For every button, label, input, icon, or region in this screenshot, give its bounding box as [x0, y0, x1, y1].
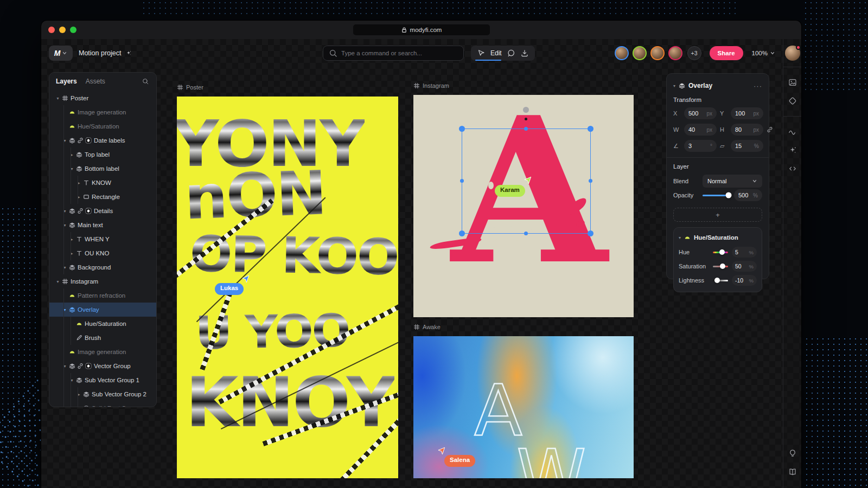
artboard-label-awake[interactable]: Awake — [413, 324, 441, 330]
selection-handle-top-left[interactable] — [459, 126, 465, 132]
collaborator-avatar[interactable] — [633, 46, 647, 60]
project-title[interactable]: Motion project — [79, 49, 133, 57]
expand-caret-icon[interactable]: ▾ — [69, 378, 75, 383]
collaborator-avatar[interactable] — [615, 46, 629, 60]
opacity-slider[interactable] — [703, 195, 731, 196]
layer-row[interactable]: Brush — [49, 331, 156, 345]
opacity-value-field[interactable]: 500 % — [734, 189, 762, 201]
close-window-button[interactable] — [48, 27, 55, 33]
artboard-poster[interactable]: YONY nON OP KOO U YOO KNOY — [177, 97, 398, 478]
expand-caret-icon[interactable]: ▾ — [62, 364, 68, 369]
selection-handle-bottom[interactable] — [524, 232, 528, 235]
layer-row[interactable]: Image generation — [49, 345, 156, 359]
selection-handle-bottom-left[interactable] — [459, 230, 465, 236]
zoom-control[interactable]: 100% — [752, 50, 775, 56]
layer-row[interactable]: ▸Top label — [49, 147, 156, 162]
search-input[interactable] — [341, 50, 458, 56]
layer-row[interactable]: Image generation — [49, 105, 156, 119]
expand-caret-icon[interactable]: ▾ — [62, 138, 68, 143]
code-tool-icon[interactable] — [788, 164, 797, 173]
expand-caret-icon[interactable]: ▸ — [76, 181, 82, 185]
layer-row[interactable]: ▾Poster — [49, 91, 156, 105]
constrain-proportions-icon[interactable] — [767, 126, 773, 133]
layer-row[interactable]: ▸Sub Vector Group 2 — [49, 387, 156, 401]
download-icon[interactable] — [520, 49, 529, 57]
app-logo-menu[interactable]: M — [49, 46, 73, 61]
rotation-handle[interactable] — [523, 107, 529, 113]
layer-row[interactable]: Pattern refraction — [49, 288, 156, 303]
address-bar[interactable]: modyfi.com — [353, 24, 490, 35]
command-search[interactable] — [323, 46, 464, 61]
layer-row[interactable]: ▾Date labels — [49, 133, 156, 147]
transform-field-skew[interactable]: 15% — [731, 140, 763, 152]
selection-handle-top[interactable] — [524, 127, 528, 131]
layer-row[interactable]: ▸KNOW — [49, 176, 156, 190]
edit-mode-button[interactable]: Edit — [490, 49, 502, 57]
saturation-slider[interactable] — [713, 266, 728, 267]
transform-field-h[interactable]: 80px — [731, 124, 763, 136]
layer-row[interactable]: Solid Rect Source — [49, 401, 156, 407]
tab-assets[interactable]: Assets — [86, 78, 105, 85]
transform-field-angle[interactable]: 3° — [684, 140, 717, 152]
more-options-button[interactable]: ··· — [754, 82, 762, 90]
layer-row[interactable]: ▾Vector Group — [49, 359, 156, 373]
lightness-value-field[interactable]: -10% — [732, 275, 757, 286]
artboard-label-instagram[interactable]: Instagram — [413, 82, 449, 89]
selection-handle-right[interactable] — [589, 179, 592, 183]
layer-row[interactable]: ▾Sub Vector Group 1 — [49, 373, 156, 387]
layer-row[interactable]: ▸OU KNO — [49, 246, 156, 260]
layer-row[interactable]: Hue/Saturation — [49, 119, 156, 133]
add-effect-button[interactable]: + — [673, 208, 762, 222]
maximize-window-button[interactable] — [70, 27, 76, 33]
expand-caret-icon[interactable]: ▸ — [69, 237, 75, 242]
layer-row[interactable]: ▾Instagram — [49, 274, 156, 288]
lightness-slider[interactable] — [713, 280, 728, 281]
expand-caret-icon[interactable]: ▾ — [69, 166, 75, 171]
collaborator-avatar[interactable] — [650, 46, 665, 60]
expand-caret-icon[interactable]: ▸ — [76, 195, 82, 200]
collapse-caret-icon[interactable]: ▾ — [673, 84, 675, 88]
expand-caret-icon[interactable]: ▸ — [69, 251, 75, 256]
share-button[interactable]: Share — [710, 46, 743, 60]
artboard-label-poster[interactable]: Poster — [177, 84, 203, 91]
layer-row[interactable]: ▾Background — [49, 260, 156, 274]
ai-sparkles-icon[interactable] — [788, 146, 797, 155]
image-tool-icon[interactable] — [788, 78, 797, 87]
wave-tool-icon[interactable] — [788, 127, 797, 136]
tab-layers[interactable]: Layers — [56, 78, 77, 85]
more-collaborators-button[interactable]: +3 — [687, 46, 701, 60]
cursor-tool-icon[interactable] — [477, 49, 486, 57]
layer-row[interactable]: ▸WHEN Y — [49, 232, 156, 246]
layer-row[interactable]: ▾Details — [49, 204, 156, 218]
expand-caret-icon[interactable]: ▾ — [62, 223, 68, 228]
comment-icon[interactable] — [507, 49, 515, 57]
hue-value-field[interactable]: 5% — [732, 247, 757, 258]
collapse-caret-icon[interactable]: ▾ — [679, 235, 681, 240]
layer-row[interactable]: ▾Bottom label — [49, 162, 156, 176]
lightbulb-icon[interactable] — [788, 449, 797, 458]
layer-row[interactable]: Hue/Saturation — [49, 317, 156, 331]
blend-mode-select[interactable]: Normal — [703, 175, 762, 188]
expand-caret-icon[interactable]: ▾ — [55, 96, 61, 101]
artboard-instagram[interactable]: A — [413, 95, 634, 317]
saturation-value-field[interactable]: 50% — [732, 261, 757, 272]
transform-field-y[interactable]: 100px — [731, 107, 763, 119]
selection-handle-bottom-right[interactable] — [588, 230, 593, 236]
selection-handle-top-right[interactable] — [588, 126, 593, 132]
expand-caret-icon[interactable]: ▾ — [55, 279, 61, 284]
artboard-awake[interactable]: A W Salena — [413, 336, 634, 478]
layer-row[interactable]: ▸Rectangle — [49, 190, 156, 204]
hue-slider[interactable] — [713, 252, 728, 253]
minimize-window-button[interactable] — [59, 27, 66, 33]
collaborator-avatar[interactable] — [668, 46, 682, 60]
transform-field-x[interactable]: 500px — [684, 107, 717, 119]
user-avatar[interactable] — [785, 46, 800, 61]
transform-field-w[interactable]: 40px — [684, 124, 717, 136]
expand-caret-icon[interactable]: ▾ — [62, 307, 68, 312]
selection-handle-left[interactable] — [460, 179, 464, 183]
docs-book-icon[interactable] — [788, 467, 797, 476]
shapes-tool-icon[interactable] — [788, 97, 797, 105]
layer-row[interactable]: ▾Main text — [49, 218, 156, 232]
expand-caret-icon[interactable]: ▾ — [62, 209, 68, 214]
expand-caret-icon[interactable]: ▾ — [62, 265, 68, 270]
